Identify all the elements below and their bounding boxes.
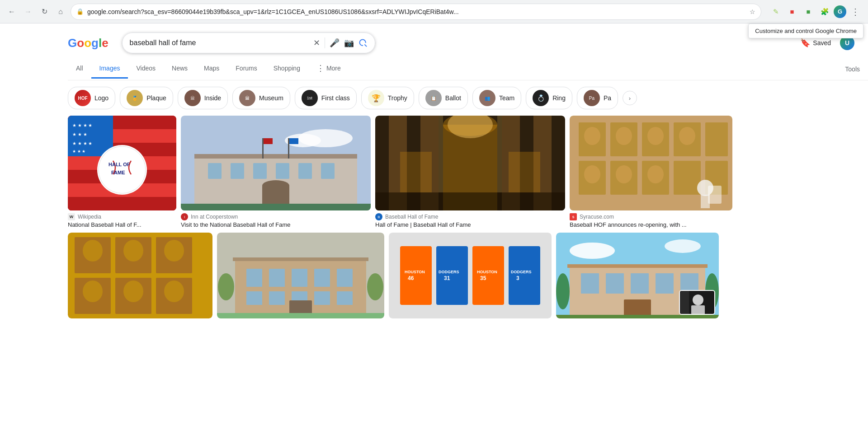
- svg-text:31: 31: [444, 275, 450, 281]
- nav-all[interactable]: All: [68, 59, 91, 79]
- nav-shopping[interactable]: Shopping: [265, 59, 308, 79]
- saved-button[interactable]: 🔖 Saved: [800, 38, 831, 48]
- svg-rect-25: [298, 163, 312, 179]
- svg-point-28: [262, 180, 289, 191]
- nav-all-label: All: [76, 65, 83, 72]
- chip-ring[interactable]: 💍 Ring: [526, 87, 572, 109]
- voice-search-button[interactable]: 🎤: [330, 38, 340, 48]
- nav-more[interactable]: ⋮ More: [308, 58, 349, 80]
- chip-plaque[interactable]: 🏅 Plaque: [120, 87, 173, 109]
- card1-source-name: Wikipedia: [78, 214, 101, 220]
- svg-rect-53: [705, 122, 728, 156]
- image-card-hof[interactable]: B Baseball Hall of Fame Hall of Fame | B…: [375, 116, 565, 228]
- chip-firstclass-thumb: 1st: [302, 90, 318, 106]
- chip-firstclass[interactable]: 1st First class: [295, 87, 357, 109]
- search-input[interactable]: [130, 39, 309, 47]
- svg-rect-100: [400, 246, 432, 305]
- svg-rect-24: [276, 163, 289, 179]
- svg-text:46: 46: [408, 275, 414, 281]
- search-box[interactable]: ✕ 🎤 📷: [122, 33, 375, 53]
- nav-news-label: News: [172, 65, 188, 72]
- image-card-jerseys[interactable]: HOUSTON 46 DODGERS 31 HOUSTON 35 DODGERS…: [389, 233, 552, 318]
- svg-rect-26: [321, 163, 335, 179]
- chrome-menu-button[interactable]: ⋮: [848, 5, 863, 19]
- chip-logo[interactable]: HOF Logo: [68, 87, 115, 109]
- nav-news[interactable]: News: [164, 59, 196, 79]
- svg-rect-103: [436, 246, 468, 305]
- svg-rect-128: [691, 305, 705, 314]
- chip-museum-thumb: 🏛: [239, 90, 255, 106]
- chip-trophy-label: Trophy: [388, 94, 407, 102]
- chip-museum[interactable]: 🏛 Museum: [232, 87, 290, 109]
- nav-maps-label: Maps: [204, 65, 219, 72]
- chip-trophy[interactable]: 🏆 Trophy: [361, 87, 414, 109]
- chrome-actions: ✎ ■ ■ 🧩 G ⋮: [769, 5, 863, 19]
- image-card-inn[interactable]: I Inn at Cooperstown Visit to the Nation…: [181, 116, 371, 228]
- lens-search-button[interactable]: 📷: [344, 38, 354, 48]
- reload-button[interactable]: ↻: [38, 5, 51, 18]
- svg-rect-45: [375, 192, 565, 210]
- google-logo[interactable]: Google: [68, 36, 108, 50]
- svg-rect-29: [194, 154, 357, 159]
- svg-point-61: [647, 127, 664, 145]
- svg-rect-98: [217, 313, 384, 318]
- card2-source: I Inn at Cooperstown: [181, 213, 371, 220]
- chip-pa[interactable]: Pa Pa: [577, 87, 618, 109]
- bookmark-icon[interactable]: ☆: [750, 8, 755, 15]
- extension2-button[interactable]: ■: [801, 5, 816, 19]
- svg-point-113: [570, 243, 615, 259]
- svg-rect-43: [400, 152, 432, 192]
- svg-rect-85: [269, 269, 285, 287]
- svg-text:HOUSTON: HOUSTON: [405, 270, 425, 274]
- nav-forums[interactable]: Forums: [227, 59, 265, 79]
- inn-favicon: I: [181, 213, 188, 220]
- svg-rect-7: [68, 197, 176, 210]
- back-button[interactable]: ←: [5, 5, 18, 18]
- extension-button[interactable]: ■: [785, 5, 799, 19]
- svg-point-77: [123, 240, 143, 262]
- forward-button[interactable]: →: [22, 5, 34, 18]
- image-card-wikipedia[interactable]: ★ ★ ★ ★ ★ ★ ★ ★ ★ ★ ★ ★ ★ ★ HALL OF FAME…: [68, 116, 176, 228]
- nav-images[interactable]: Images: [91, 59, 128, 79]
- svg-rect-129: [680, 291, 689, 315]
- hof-favicon: B: [375, 213, 382, 220]
- nav-more-label: More: [326, 65, 341, 72]
- chip-logo-thumb: HOF: [75, 90, 91, 106]
- search-submit-button[interactable]: [359, 38, 368, 47]
- puzzle-icon-button[interactable]: 🧩: [817, 5, 832, 19]
- chips-next-button[interactable]: ›: [623, 91, 637, 105]
- chip-ballot[interactable]: 📋 Ballot: [419, 87, 468, 109]
- svg-rect-32: [264, 138, 273, 144]
- chip-inside[interactable]: 🏛 Inside: [178, 87, 228, 109]
- svg-text:DODGERS: DODGERS: [439, 270, 459, 274]
- chip-team[interactable]: 👥 Team: [472, 87, 521, 109]
- image-card-syracuse[interactable]: S Syracuse.com Baseball HOF announces re…: [570, 116, 732, 228]
- svg-rect-90: [269, 291, 285, 305]
- profile-avatar[interactable]: G: [834, 5, 846, 18]
- svg-rect-46: [439, 116, 443, 192]
- clear-search-button[interactable]: ✕: [313, 38, 320, 48]
- address-bar[interactable]: 🔒 google.com/search?sca_esv=86609044e19b…: [71, 4, 761, 20]
- svg-rect-22: [231, 163, 244, 179]
- chip-pa-thumb: Pa: [584, 90, 600, 106]
- card4-source-name: Syracuse.com: [580, 214, 614, 220]
- nav-shopping-label: Shopping: [274, 65, 300, 72]
- google-page: Google ✕ 🎤 📷 🔖 Saved U All: [0, 23, 868, 318]
- syracuse-favicon: S: [570, 213, 577, 220]
- card4-title: Baseball HOF announces re-opening, with …: [570, 221, 732, 228]
- tools-button[interactable]: Tools: [837, 60, 868, 78]
- image-card-plaques2[interactable]: [68, 233, 212, 318]
- card4-source: S Syracuse.com: [570, 213, 732, 220]
- nav-maps[interactable]: Maps: [196, 59, 227, 79]
- image-card-exterior-video[interactable]: [556, 233, 719, 318]
- chip-firstclass-label: First class: [321, 94, 350, 102]
- svg-text:★ ★ ★: ★ ★ ★: [72, 132, 87, 137]
- edit-icon-button[interactable]: ✎: [769, 5, 783, 19]
- svg-rect-34: [289, 138, 298, 144]
- card3-source-name: Baseball Hall of Fame: [385, 214, 438, 220]
- image-card-building2[interactable]: [217, 233, 384, 318]
- home-button[interactable]: ⌂: [54, 5, 67, 18]
- svg-rect-23: [253, 163, 267, 179]
- nav-videos[interactable]: Videos: [128, 59, 164, 79]
- svg-point-65: [647, 165, 664, 183]
